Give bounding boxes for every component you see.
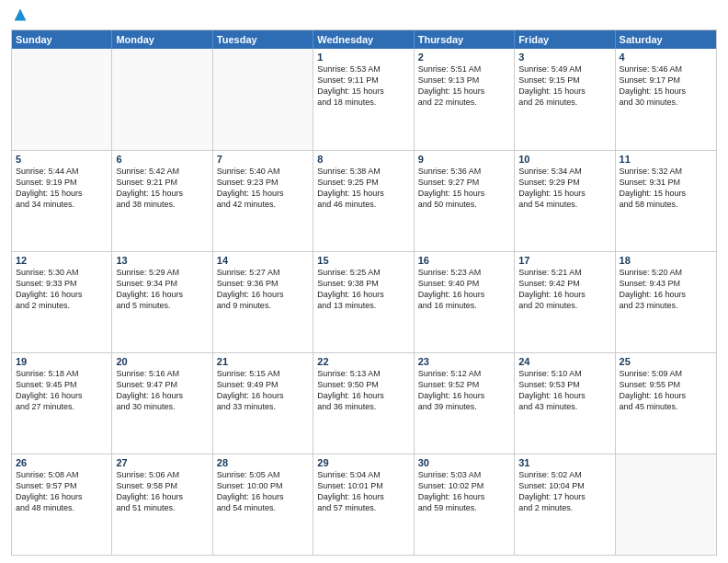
day-number: 15	[317, 255, 409, 266]
calendar-header-cell: Sunday	[12, 30, 112, 49]
calendar-cell: 27Sunrise: 5:06 AM Sunset: 9:58 PM Dayli…	[112, 454, 212, 555]
cell-info: Sunrise: 5:09 AM Sunset: 9:55 PM Dayligh…	[620, 368, 712, 413]
cell-info: Sunrise: 5:30 AM Sunset: 9:33 PM Dayligh…	[16, 267, 108, 312]
calendar-cell	[213, 49, 313, 150]
calendar-cell: 11Sunrise: 5:32 AM Sunset: 9:31 PM Dayli…	[616, 151, 716, 251]
day-number: 8	[317, 154, 409, 165]
page-header	[11, 9, 717, 24]
cell-info: Sunrise: 5:13 AM Sunset: 9:50 PM Dayligh…	[317, 368, 409, 413]
calendar-header-cell: Friday	[515, 30, 615, 49]
calendar-row: 26Sunrise: 5:08 AM Sunset: 9:57 PM Dayli…	[12, 454, 716, 555]
cell-info: Sunrise: 5:46 AM Sunset: 9:17 PM Dayligh…	[620, 63, 712, 109]
calendar-cell: 12Sunrise: 5:30 AM Sunset: 9:33 PM Dayli…	[12, 252, 112, 352]
cell-info: Sunrise: 5:16 AM Sunset: 9:47 PM Dayligh…	[116, 368, 208, 413]
day-number: 14	[217, 255, 309, 266]
day-number: 9	[418, 154, 510, 165]
calendar-row: 5Sunrise: 5:44 AM Sunset: 9:19 PM Daylig…	[12, 150, 716, 251]
cell-info: Sunrise: 5:05 AM Sunset: 10:00 PM Daylig…	[217, 469, 309, 514]
day-number: 5	[16, 154, 108, 165]
day-number: 2	[418, 52, 510, 63]
cell-info: Sunrise: 5:18 AM Sunset: 9:45 PM Dayligh…	[16, 368, 108, 413]
cell-info: Sunrise: 5:12 AM Sunset: 9:52 PM Dayligh…	[418, 368, 510, 413]
calendar-cell: 22Sunrise: 5:13 AM Sunset: 9:50 PM Dayli…	[313, 353, 414, 454]
calendar-header-cell: Tuesday	[213, 30, 313, 49]
calendar-cell: 18Sunrise: 5:20 AM Sunset: 9:43 PM Dayli…	[616, 252, 716, 352]
cell-info: Sunrise: 5:25 AM Sunset: 9:38 PM Dayligh…	[317, 267, 409, 312]
calendar-cell: 15Sunrise: 5:25 AM Sunset: 9:38 PM Dayli…	[313, 252, 414, 352]
cell-info: Sunrise: 5:02 AM Sunset: 10:04 PM Daylig…	[518, 469, 610, 514]
day-number: 7	[217, 154, 309, 165]
cell-info: Sunrise: 5:44 AM Sunset: 9:19 PM Dayligh…	[16, 166, 108, 211]
cell-info: Sunrise: 5:42 AM Sunset: 9:21 PM Dayligh…	[116, 166, 208, 211]
calendar-cell: 21Sunrise: 5:15 AM Sunset: 9:49 PM Dayli…	[213, 353, 313, 454]
calendar-header: SundayMondayTuesdayWednesdayThursdayFrid…	[12, 30, 716, 49]
day-number: 31	[518, 457, 610, 468]
calendar-cell: 10Sunrise: 5:34 AM Sunset: 9:29 PM Dayli…	[515, 151, 615, 251]
cell-info: Sunrise: 5:15 AM Sunset: 9:49 PM Dayligh…	[217, 368, 309, 413]
cell-info: Sunrise: 5:36 AM Sunset: 9:27 PM Dayligh…	[418, 166, 510, 211]
cell-info: Sunrise: 5:03 AM Sunset: 10:02 PM Daylig…	[418, 469, 510, 514]
day-number: 11	[620, 154, 712, 165]
calendar-header-cell: Thursday	[415, 30, 515, 49]
day-number: 22	[317, 356, 409, 367]
cell-info: Sunrise: 5:10 AM Sunset: 9:53 PM Dayligh…	[518, 368, 610, 413]
day-number: 1	[317, 52, 409, 63]
calendar-cell: 4Sunrise: 5:46 AM Sunset: 9:17 PM Daylig…	[616, 49, 716, 150]
cell-info: Sunrise: 5:21 AM Sunset: 9:42 PM Dayligh…	[518, 267, 610, 312]
calendar-cell: 31Sunrise: 5:02 AM Sunset: 10:04 PM Dayl…	[515, 454, 615, 555]
cell-info: Sunrise: 5:23 AM Sunset: 9:40 PM Dayligh…	[418, 267, 510, 312]
calendar-cell: 5Sunrise: 5:44 AM Sunset: 9:19 PM Daylig…	[12, 151, 112, 251]
calendar-header-cell: Wednesday	[313, 30, 414, 49]
day-number: 13	[116, 255, 208, 266]
day-number: 20	[116, 356, 208, 367]
calendar-cell: 30Sunrise: 5:03 AM Sunset: 10:02 PM Dayl…	[415, 454, 515, 555]
calendar-header-cell: Monday	[112, 30, 212, 49]
logo-text	[11, 9, 28, 24]
calendar-cell: 19Sunrise: 5:18 AM Sunset: 9:45 PM Dayli…	[12, 353, 112, 454]
cell-info: Sunrise: 5:06 AM Sunset: 9:58 PM Dayligh…	[116, 469, 208, 514]
day-number: 30	[418, 457, 510, 468]
svg-marker-0	[15, 9, 27, 21]
calendar-cell: 8Sunrise: 5:38 AM Sunset: 9:25 PM Daylig…	[313, 151, 414, 251]
calendar-cell: 20Sunrise: 5:16 AM Sunset: 9:47 PM Dayli…	[112, 353, 212, 454]
calendar-cell: 24Sunrise: 5:10 AM Sunset: 9:53 PM Dayli…	[515, 353, 615, 454]
calendar-body: 1Sunrise: 5:53 AM Sunset: 9:11 PM Daylig…	[12, 49, 716, 555]
day-number: 26	[16, 457, 108, 468]
logo	[11, 9, 28, 24]
page-container: SundayMondayTuesdayWednesdayThursdayFrid…	[0, 0, 728, 563]
calendar-cell: 25Sunrise: 5:09 AM Sunset: 9:55 PM Dayli…	[616, 353, 716, 454]
cell-info: Sunrise: 5:53 AM Sunset: 9:11 PM Dayligh…	[317, 63, 409, 109]
calendar-cell: 28Sunrise: 5:05 AM Sunset: 10:00 PM Dayl…	[213, 454, 313, 555]
calendar-cell: 2Sunrise: 5:51 AM Sunset: 9:13 PM Daylig…	[415, 49, 515, 150]
calendar-cell	[112, 49, 212, 150]
calendar-cell: 1Sunrise: 5:53 AM Sunset: 9:11 PM Daylig…	[313, 49, 414, 150]
cell-info: Sunrise: 5:38 AM Sunset: 9:25 PM Dayligh…	[317, 166, 409, 211]
cell-info: Sunrise: 5:04 AM Sunset: 10:01 PM Daylig…	[317, 469, 409, 514]
calendar-cell: 6Sunrise: 5:42 AM Sunset: 9:21 PM Daylig…	[112, 151, 212, 251]
day-number: 6	[116, 154, 208, 165]
calendar-cell: 9Sunrise: 5:36 AM Sunset: 9:27 PM Daylig…	[415, 151, 515, 251]
calendar-cell: 16Sunrise: 5:23 AM Sunset: 9:40 PM Dayli…	[415, 252, 515, 352]
day-number: 28	[217, 457, 309, 468]
day-number: 29	[317, 457, 409, 468]
cell-info: Sunrise: 5:27 AM Sunset: 9:36 PM Dayligh…	[217, 267, 309, 312]
calendar-cell	[12, 49, 112, 150]
day-number: 12	[16, 255, 108, 266]
day-number: 4	[620, 52, 712, 63]
day-number: 23	[418, 356, 510, 367]
calendar-cell: 14Sunrise: 5:27 AM Sunset: 9:36 PM Dayli…	[213, 252, 313, 352]
day-number: 3	[518, 52, 610, 63]
calendar-cell: 13Sunrise: 5:29 AM Sunset: 9:34 PM Dayli…	[112, 252, 212, 352]
cell-info: Sunrise: 5:32 AM Sunset: 9:31 PM Dayligh…	[620, 166, 712, 211]
day-number: 16	[418, 255, 510, 266]
cell-info: Sunrise: 5:40 AM Sunset: 9:23 PM Dayligh…	[217, 166, 309, 211]
cell-info: Sunrise: 5:20 AM Sunset: 9:43 PM Dayligh…	[620, 267, 712, 312]
calendar-row: 19Sunrise: 5:18 AM Sunset: 9:45 PM Dayli…	[12, 352, 716, 454]
day-number: 18	[620, 255, 712, 266]
day-number: 17	[518, 255, 610, 266]
calendar-cell: 3Sunrise: 5:49 AM Sunset: 9:15 PM Daylig…	[515, 49, 615, 150]
cell-info: Sunrise: 5:08 AM Sunset: 9:57 PM Dayligh…	[16, 469, 108, 514]
calendar-cell: 26Sunrise: 5:08 AM Sunset: 9:57 PM Dayli…	[12, 454, 112, 555]
day-number: 24	[518, 356, 610, 367]
logo-icon	[13, 7, 28, 22]
